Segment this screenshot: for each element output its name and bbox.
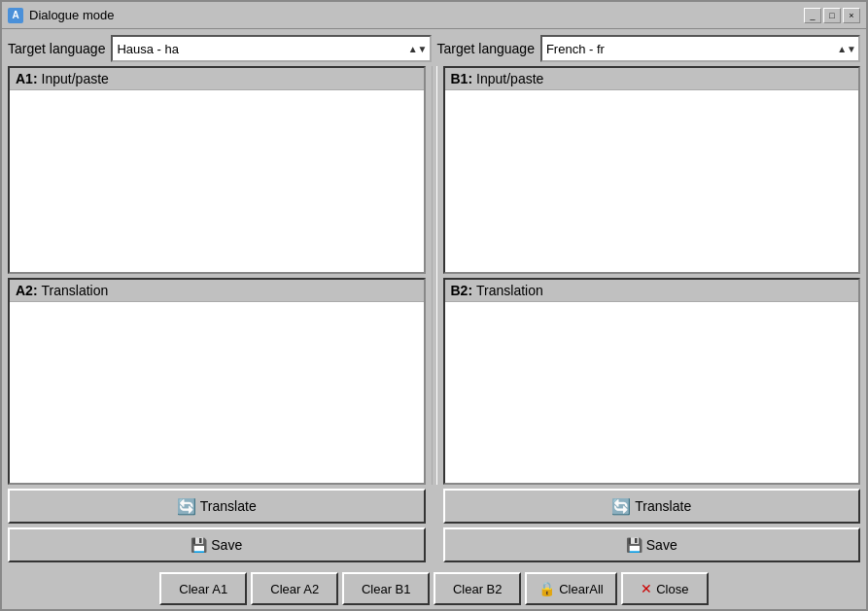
clear-all-button[interactable]: 🔒 ClearAll (525, 572, 617, 605)
b1-header: B1: Input/paste (445, 68, 859, 89)
right-btn-group: 🔄 Translate 💾 Save (443, 489, 861, 562)
clear-b1-button[interactable]: Clear B1 (342, 572, 430, 605)
left-btn-group: 🔄 Translate 💾 Save (8, 489, 426, 562)
clear-b2-button[interactable]: Clear B2 (434, 572, 521, 605)
close-icon: ✕ (641, 581, 652, 596)
clear-a2-label: Clear A2 (270, 582, 319, 596)
right-lang-select[interactable]: French - fr Hausa - ha English - en Span… (540, 35, 860, 62)
minimize-button[interactable]: _ (804, 8, 821, 23)
action-buttons-row: 🔄 Translate 💾 Save 🔄 Translate 💾 Save (8, 489, 860, 562)
window-title: Dialogue mode (29, 8, 114, 22)
titlebar-left: A Dialogue mode (8, 8, 114, 23)
right-translate-icon: 🔄 (611, 497, 631, 516)
close-button-bottom[interactable]: ✕ Close (621, 572, 709, 605)
left-lang-group: Target language Hausa - ha French - fr E… (8, 35, 432, 62)
left-save-button[interactable]: 💾 Save (8, 527, 426, 562)
main-content: Target language Hausa - ha French - fr E… (2, 29, 866, 568)
main-window: A Dialogue mode _ □ × Target language Ha… (0, 0, 868, 611)
titlebar: A Dialogue mode _ □ × (2, 2, 866, 29)
maximize-button[interactable]: □ (823, 8, 841, 23)
right-lang-select-wrapper: French - fr Hausa - ha English - en Span… (540, 35, 860, 62)
a1-header: A1: Input/paste (10, 68, 424, 89)
a2-panel: A2: Translation (8, 278, 426, 486)
b1-sublabel: Input/paste (476, 71, 543, 86)
a2-header: A2: Translation (10, 280, 424, 301)
b2-sublabel: Translation (476, 283, 543, 298)
left-panel-column: A1: Input/paste A2: Translation (8, 66, 426, 485)
b2-textarea[interactable] (445, 301, 859, 484)
a1-sublabel: Input/paste (42, 71, 109, 86)
left-translate-icon: 🔄 (177, 497, 196, 516)
close-label: Close (656, 582, 688, 596)
right-lang-label: Target language (437, 41, 535, 56)
a2-label: A2: (16, 283, 38, 298)
left-lang-select-wrapper: Hausa - ha French - fr English - en Span… (111, 35, 431, 62)
buttons-spacer (432, 489, 437, 562)
clear-all-icon: 🔒 (538, 581, 555, 596)
panels-row: A1: Input/paste A2: Translation (8, 66, 860, 485)
right-save-label: Save (646, 537, 677, 553)
a2-textarea[interactable] (10, 301, 424, 484)
right-translate-button[interactable]: 🔄 Translate (443, 489, 861, 524)
right-translate-label: Translate (635, 498, 691, 514)
b2-header: B2: Translation (445, 280, 859, 301)
clear-all-label: ClearAll (559, 582, 604, 596)
right-panel-column: B1: Input/paste B2: Translation (443, 66, 861, 485)
clear-a1-button[interactable]: Clear A1 (159, 572, 247, 605)
clear-a2-button[interactable]: Clear A2 (251, 572, 338, 605)
b1-label: B1: (451, 71, 473, 86)
left-save-icon: 💾 (191, 537, 207, 553)
bottom-bar: Clear A1 Clear A2 Clear B1 Clear B2 🔒 Cl… (2, 568, 866, 609)
app-icon: A (8, 8, 23, 23)
b2-label: B2: (451, 283, 473, 298)
b1-textarea[interactable] (445, 89, 859, 272)
vertical-divider (432, 66, 437, 485)
left-save-label: Save (211, 537, 242, 553)
close-button[interactable]: × (843, 8, 860, 23)
a1-label: A1: (16, 71, 38, 86)
clear-b2-label: Clear B2 (453, 582, 503, 596)
clear-b1-label: Clear B1 (362, 582, 411, 596)
right-save-icon: 💾 (626, 537, 642, 553)
a1-panel: A1: Input/paste (8, 66, 426, 274)
left-translate-label: Translate (200, 498, 257, 514)
a2-sublabel: Translation (42, 283, 109, 298)
titlebar-controls: _ □ × (804, 8, 860, 23)
right-lang-group: Target language French - fr Hausa - ha E… (437, 35, 861, 62)
left-translate-button[interactable]: 🔄 Translate (8, 489, 426, 524)
left-lang-label: Target language (8, 41, 105, 56)
left-lang-select[interactable]: Hausa - ha French - fr English - en Span… (111, 35, 431, 62)
language-row: Target language Hausa - ha French - fr E… (8, 35, 860, 62)
b2-panel: B2: Translation (443, 278, 861, 486)
a1-textarea[interactable] (10, 89, 424, 272)
right-save-button[interactable]: 💾 Save (443, 527, 861, 562)
b1-panel: B1: Input/paste (443, 66, 861, 274)
clear-a1-label: Clear A1 (179, 582, 227, 596)
